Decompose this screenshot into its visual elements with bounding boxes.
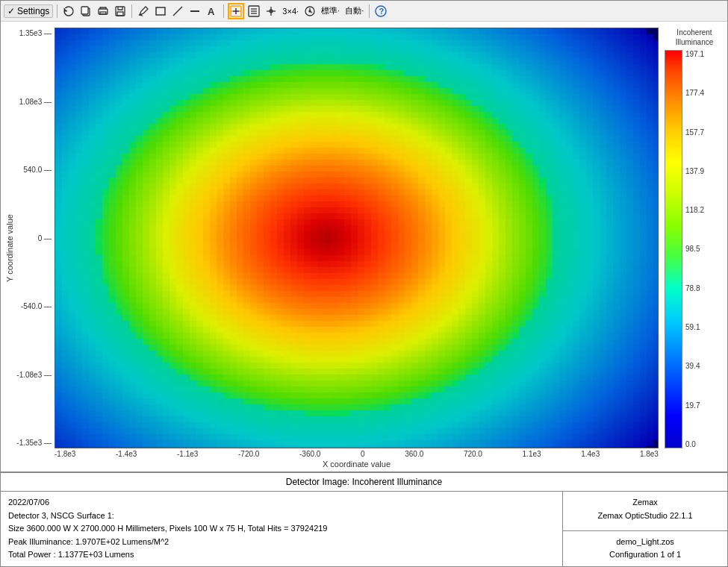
info-line3: Size 3600.000 W X 2700.000 H Millimeters… (8, 522, 555, 536)
copy-button[interactable] (78, 4, 93, 18)
y-tick-5: -1.08e3 — (16, 371, 52, 379)
cross-button[interactable] (264, 4, 279, 18)
auto-label: 自動· (345, 5, 364, 16)
separator-3 (223, 4, 224, 18)
settings2-icon (248, 5, 260, 17)
colorbar-ticks: 197.1 177.4 157.7 137.9 118.2 98.5 78.8 … (682, 50, 704, 448)
x-tick-3: -720.0 (238, 450, 259, 458)
colorbar-tick-10: 0.0 (685, 440, 704, 448)
info-right-top-line1: Zemax (570, 496, 720, 510)
x-tick-5: 0 (361, 450, 365, 458)
pen-icon (137, 5, 149, 17)
y-ticks-area: 1.35e3 — 1.08e3 — 540.0 — 0 — -540.0 — -… (16, 28, 55, 448)
colorbar-title: IncoherentIlluminance (665, 28, 724, 47)
x-tick-0: -1.8e3 (55, 450, 75, 458)
text-icon: A (206, 5, 218, 17)
auto-button[interactable]: 自動· (343, 4, 365, 17)
content-area: Y coordinate value 1.35e3 — 1.08e3 — 540… (1, 22, 727, 566)
colorbar-tick-9: 19.7 (685, 401, 704, 410)
clock-button[interactable] (302, 4, 317, 18)
info-title: Detector Image: Incoherent Illuminance (1, 473, 727, 492)
svg-point-25 (309, 10, 311, 12)
plot-with-axes: 1.35e3 — 1.08e3 — 540.0 — 0 — -540.0 — -… (16, 28, 724, 469)
info-line2: Detector 3, NSCG Surface 1: (8, 510, 555, 523)
info-section: Detector Image: Incoherent Illuminance 2… (1, 472, 727, 566)
svg-text:A: A (208, 6, 215, 17)
x-ticks-area: -1.8e3 -1.4e3 -1.1e3 -720.0 -360.0 0 360… (55, 448, 659, 458)
info-content: 2022/07/06 Detector 3, NSCG Surface 1: S… (1, 492, 727, 566)
colorbar-tick-5: 98.5 (685, 245, 704, 253)
pen-button[interactable] (136, 4, 151, 18)
cross-icon (265, 5, 277, 17)
svg-line-7 (173, 7, 182, 16)
colorbar-tick-8: 39.4 (685, 362, 704, 370)
x-tick-2: -1.1e3 (177, 450, 198, 458)
zoom-button[interactable] (228, 3, 244, 19)
dash-icon (189, 5, 201, 17)
main-window: ✓ Settings (0, 0, 728, 567)
settings2-button[interactable] (246, 4, 261, 18)
std-label: 標準· (321, 5, 340, 16)
y-tick-1: 1.08e3 — (19, 98, 52, 106)
separator-2 (131, 4, 132, 18)
copy-icon (80, 5, 92, 17)
dash-button[interactable] (187, 4, 202, 18)
save-button[interactable] (113, 4, 128, 18)
svg-rect-3 (100, 12, 106, 14)
x-tick-10: 1.8e3 (640, 450, 659, 458)
y-tick-6: -1.35e3 — (16, 439, 52, 447)
colorbar-tick-4: 118.2 (685, 206, 704, 214)
std-button[interactable]: 標準· (320, 4, 341, 17)
info-line1: 2022/07/06 (8, 496, 555, 510)
help-icon: ? (375, 5, 387, 17)
separator-1 (57, 4, 57, 18)
grid-label: 3×4· (282, 7, 299, 16)
colorbar-with-ticks: 197.1 177.4 157.7 137.9 118.2 98.5 78.8 … (665, 50, 724, 448)
colorbar-tick-1: 177.4 (685, 89, 704, 97)
x-tick-4: -360.0 (299, 450, 320, 458)
plot-and-colorbar: IncoherentIlluminance 197.1 177.4 157.7 … (55, 28, 724, 448)
colorbar-tick-7: 59.1 (685, 323, 704, 331)
settings-check-icon: ✓ (7, 6, 15, 16)
y-tick-2: 540.0 — (23, 166, 52, 174)
x-tick-6: 360.0 (405, 450, 423, 458)
info-right-bottom-line1: demo_Light.zos (570, 536, 720, 549)
info-right-top-line2: Zemax OpticStudio 22.1.1 (570, 510, 720, 523)
grid-label-button[interactable]: 3×4· (281, 6, 300, 16)
y-tick-0: 1.35e3 — (19, 29, 52, 37)
text-button[interactable]: A (205, 4, 220, 18)
rect-icon (155, 5, 167, 17)
y-tick-4: -540.0 — (21, 302, 52, 310)
x-tick-1: -1.4e3 (116, 450, 137, 458)
svg-rect-6 (156, 7, 165, 15)
svg-rect-5 (117, 12, 123, 16)
info-line4: Peak Illuminance: 1.9707E+02 Lumens/M^2 (8, 536, 555, 549)
refresh-button[interactable] (61, 4, 76, 18)
colorbar-tick-0: 197.1 (685, 50, 704, 58)
plot-section: Y coordinate value 1.35e3 — 1.08e3 — 540… (1, 22, 727, 472)
line-icon (172, 5, 184, 17)
separator-4 (369, 4, 370, 18)
settings-label: Settings (17, 6, 49, 16)
info-right-bottom-line2: Configuration 1 of 1 (570, 548, 720, 562)
colorbar-tick-6: 78.8 (685, 284, 704, 292)
x-tick-7: 720.0 (464, 450, 482, 458)
svg-text:?: ? (379, 7, 385, 16)
colorbar-section: IncoherentIlluminance 197.1 177.4 157.7 … (665, 28, 724, 448)
y-tick-3: 0 — (38, 234, 52, 242)
rect-button[interactable] (153, 4, 168, 18)
print-button[interactable] (96, 4, 111, 18)
x-axis-label: X coordinate value (55, 460, 659, 469)
line-button[interactable] (170, 4, 185, 18)
info-right-top: Zemax Zemax OpticStudio 22.1.1 (563, 492, 727, 531)
help-button[interactable]: ? (373, 4, 388, 18)
x-tick-9: 1.4e3 (581, 450, 600, 458)
colorbar-tick-2: 157.7 (685, 128, 704, 137)
colorbar-tick-3: 137.9 (685, 167, 704, 175)
heatmap-canvas (55, 28, 658, 448)
heatmap-container (55, 28, 659, 448)
settings-button[interactable]: ✓ Settings (4, 4, 53, 18)
zoom-icon (230, 5, 242, 17)
info-left: 2022/07/06 Detector 3, NSCG Surface 1: S… (1, 492, 563, 566)
x-tick-8: 1.1e3 (523, 450, 541, 458)
